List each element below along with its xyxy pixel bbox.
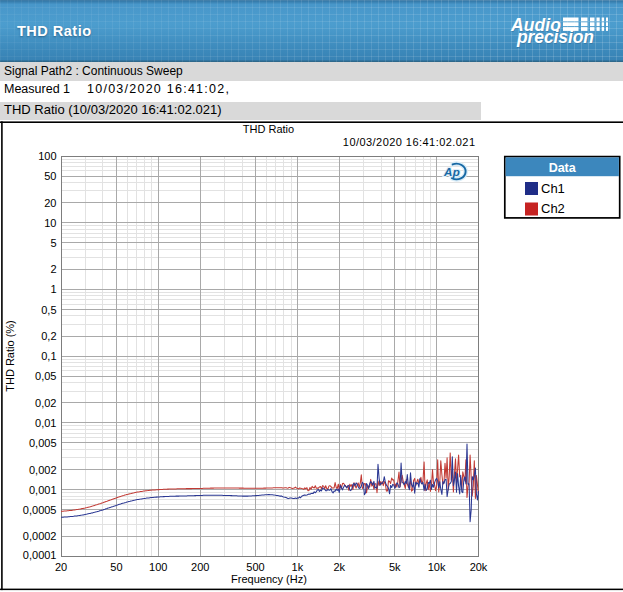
svg-text:0,02: 0,02 — [35, 397, 56, 409]
svg-text:100: 100 — [149, 561, 167, 573]
svg-text:2: 2 — [50, 263, 56, 275]
svg-text:5: 5 — [50, 237, 56, 249]
svg-text:20k: 20k — [470, 561, 488, 573]
svg-text:10/03/2020 16:41:02.021: 10/03/2020 16:41:02.021 — [343, 136, 476, 148]
svg-text:50: 50 — [110, 561, 122, 573]
svg-text:0,005: 0,005 — [29, 437, 57, 449]
svg-text:0,1: 0,1 — [41, 350, 56, 362]
svg-text:2k: 2k — [333, 561, 345, 573]
svg-text:Frequency (Hz): Frequency (Hz) — [231, 573, 307, 585]
svg-text:0,5: 0,5 — [41, 304, 56, 316]
svg-text:0,001: 0,001 — [29, 484, 57, 496]
svg-text:THD Ratio (%): THD Ratio (%) — [4, 320, 16, 392]
svg-text:Ch1: Ch1 — [541, 181, 565, 196]
svg-text:Ap: Ap — [443, 165, 460, 178]
svg-text:0,2: 0,2 — [41, 330, 56, 342]
svg-text:10k: 10k — [428, 561, 446, 573]
svg-text:50: 50 — [44, 170, 56, 182]
svg-text:500: 500 — [246, 561, 264, 573]
svg-text:0,0001: 0,0001 — [23, 549, 57, 561]
svg-text:1: 1 — [50, 283, 56, 295]
svg-text:100: 100 — [38, 150, 56, 162]
svg-text:0,01: 0,01 — [35, 417, 56, 429]
svg-text:THD Ratio: THD Ratio — [243, 123, 294, 135]
svg-text:0,0005: 0,0005 — [23, 504, 57, 516]
svg-text:5k: 5k — [389, 561, 401, 573]
svg-text:20: 20 — [55, 561, 67, 573]
svg-text:Ch2: Ch2 — [541, 201, 565, 216]
svg-text:0,002: 0,002 — [29, 464, 57, 476]
svg-text:0,05: 0,05 — [35, 370, 56, 382]
svg-text:0,0002: 0,0002 — [23, 530, 57, 542]
svg-text:Data: Data — [549, 161, 577, 175]
svg-text:10: 10 — [44, 217, 56, 229]
svg-text:20: 20 — [44, 197, 56, 209]
svg-text:200: 200 — [191, 561, 209, 573]
svg-text:1k: 1k — [292, 561, 304, 573]
